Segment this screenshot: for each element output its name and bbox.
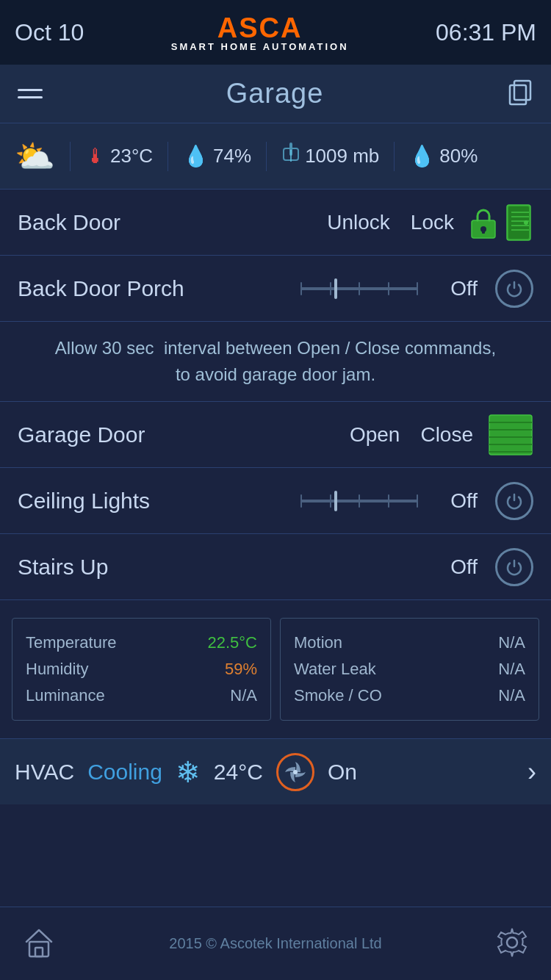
- porch-slider[interactable]: [300, 287, 433, 290]
- stairs-up-row: Stairs Up Off: [0, 534, 551, 600]
- sensors-section: Temperature 22.5°C Humidity 59% Luminanc…: [0, 600, 551, 738]
- ceiling-lights-label: Ceiling Lights: [18, 489, 292, 514]
- ceiling-slider-track: [300, 500, 418, 502]
- back-door-label: Back Door: [18, 210, 312, 235]
- porch-power-button[interactable]: [495, 270, 533, 308]
- svg-point-25: [507, 937, 517, 948]
- sensor-box-left: Temperature 22.5°C Humidity 59% Luminanc…: [12, 618, 271, 721]
- motion-row: Motion N/A: [294, 633, 525, 652]
- ceiling-status: Off: [450, 489, 478, 513]
- notice-text: Allow 30 sec interval between Open / Clo…: [18, 335, 533, 388]
- footer-copyright: 2015 © Ascotek International Ltd: [169, 935, 381, 952]
- barometer-icon: [281, 141, 300, 171]
- svg-rect-7: [482, 229, 485, 234]
- porch-status: Off: [450, 277, 478, 300]
- menu-button[interactable]: [18, 89, 43, 98]
- nav-bar: Garage: [0, 65, 551, 123]
- close-button[interactable]: Close: [414, 420, 479, 450]
- temp-val: 22.5°C: [207, 633, 257, 652]
- hum-row: Humidity 59%: [26, 660, 257, 679]
- weather-icon: ⛅: [15, 137, 55, 176]
- stairs-status: Off: [450, 555, 478, 579]
- motion-val: N/A: [498, 633, 525, 652]
- svg-rect-0: [510, 85, 526, 104]
- status-date: Oct 10: [15, 19, 84, 46]
- temp-label: Temperature: [26, 633, 117, 652]
- snowflake-icon: ❄: [176, 755, 201, 789]
- door-icon: [504, 203, 533, 242]
- lock-icons: [469, 203, 533, 242]
- smoke-row: Smoke / CO N/A: [294, 686, 525, 705]
- hvac-mode[interactable]: Cooling: [87, 760, 162, 785]
- weather-temp: 🌡 23°C: [85, 144, 153, 168]
- smoke-val: N/A: [498, 686, 525, 705]
- garage-door-label: Garage Door: [18, 422, 335, 447]
- hum-label: Humidity: [26, 660, 89, 679]
- svg-rect-16: [489, 415, 532, 455]
- back-door-porch-label: Back Door Porch: [18, 276, 292, 301]
- temp-row: Temperature 22.5°C: [26, 633, 257, 652]
- rain-icon: 💧: [409, 144, 435, 168]
- svg-point-15: [524, 220, 528, 225]
- weather-pressure: 1009 mb: [281, 141, 379, 171]
- lock-button[interactable]: Lock: [405, 208, 460, 237]
- weather-bar: ⛅ 🌡 23°C 💧 74% 1009 mb 💧 80%: [0, 123, 551, 190]
- app-logo: ASCA SMART HOME AUTOMATION: [171, 14, 349, 51]
- lock-icon: [469, 206, 498, 239]
- ceiling-power-button[interactable]: [495, 482, 533, 520]
- weather-separator: [70, 142, 71, 171]
- weather-separator3: [266, 142, 267, 171]
- fan-icon: [276, 753, 314, 791]
- leak-row: Water Leak N/A: [294, 660, 525, 679]
- unlock-button[interactable]: Unlock: [321, 208, 396, 237]
- logo-asca: ASCA: [217, 14, 303, 42]
- stairs-power-button[interactable]: [495, 548, 533, 586]
- humidity-value: 74%: [213, 145, 251, 167]
- weather-rain: 💧 80%: [409, 144, 478, 168]
- leak-val: N/A: [498, 660, 525, 679]
- status-time: 06:31 PM: [436, 19, 536, 46]
- settings-button[interactable]: [495, 926, 529, 962]
- motion-label: Motion: [294, 633, 342, 652]
- hum-val: 59%: [225, 660, 257, 679]
- svg-rect-24: [35, 948, 43, 956]
- copy-icon[interactable]: [507, 79, 533, 109]
- sensor-box-right: Motion N/A Water Leak N/A Smoke / CO N/A: [280, 618, 539, 721]
- garage-door-icon: [488, 414, 533, 456]
- back-door-row: Back Door Unlock Lock: [0, 190, 551, 256]
- stairs-up-label: Stairs Up: [18, 555, 433, 580]
- home-button[interactable]: [22, 926, 56, 962]
- lum-row: Luminance N/A: [26, 686, 257, 705]
- hvac-temp: 24°C: [214, 760, 263, 785]
- notice-row: Allow 30 sec interval between Open / Clo…: [0, 322, 551, 402]
- logo-sub: SMART HOME AUTOMATION: [171, 42, 349, 51]
- weather-humidity: 💧 74%: [183, 144, 251, 168]
- svg-rect-1: [514, 81, 530, 100]
- slider-track: [300, 287, 418, 290]
- lum-val: N/A: [230, 686, 257, 705]
- smoke-label: Smoke / CO: [294, 686, 382, 705]
- hvac-bar: HVAC Cooling ❄ 24°C On ›: [0, 738, 551, 804]
- hvac-arrow[interactable]: ›: [527, 757, 536, 788]
- thermometer-icon: 🌡: [85, 144, 106, 168]
- open-button[interactable]: Open: [344, 420, 406, 450]
- page-title: Garage: [226, 78, 324, 109]
- humidity-icon: 💧: [183, 144, 209, 168]
- weather-separator2: [168, 142, 168, 171]
- rain-value: 80%: [439, 145, 478, 167]
- ceiling-slider[interactable]: [300, 500, 433, 502]
- pressure-value: 1009 mb: [305, 145, 379, 167]
- back-door-porch-row: Back Door Porch Off: [0, 256, 551, 322]
- temp-value: 23°C: [110, 145, 153, 167]
- hvac-label: HVAC: [15, 760, 74, 785]
- svg-point-22: [293, 770, 298, 774]
- ceiling-lights-row: Ceiling Lights Off: [0, 468, 551, 534]
- leak-label: Water Leak: [294, 660, 376, 679]
- status-bar: Oct 10 ASCA SMART HOME AUTOMATION 06:31 …: [0, 0, 551, 65]
- lum-label: Luminance: [26, 686, 105, 705]
- garage-door-row: Garage Door Open Close: [0, 402, 551, 468]
- footer: 2015 © Ascotek International Ltd: [0, 907, 551, 980]
- hvac-status: On: [328, 760, 514, 785]
- svg-rect-23: [29, 942, 48, 956]
- weather-separator4: [394, 142, 395, 171]
